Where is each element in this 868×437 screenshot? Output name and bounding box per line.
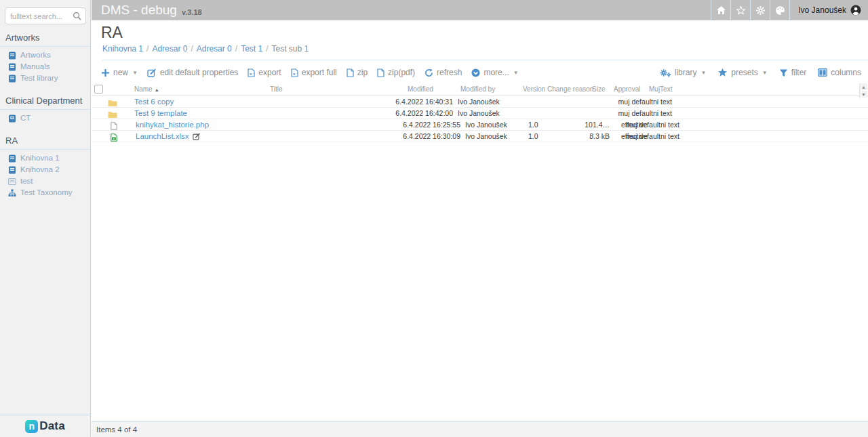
columns-icon <box>818 68 827 77</box>
button-label: presets <box>731 68 757 77</box>
breadcrumb-item[interactable]: Knihovna 1 <box>102 44 143 54</box>
new-button[interactable]: new▼ <box>101 68 138 77</box>
zip-pdf-button[interactable]: zip(pdf) <box>377 68 415 77</box>
button-label: columns <box>831 68 861 77</box>
presets-button[interactable]: presets▼ <box>717 68 767 77</box>
filter-button[interactable]: filter <box>779 68 807 77</box>
search-icon[interactable] <box>73 12 81 20</box>
svg-text:x: x <box>293 72 296 76</box>
cell-version: 1.0 <box>528 132 549 140</box>
sidebar-item-ct[interactable]: CT <box>0 112 90 124</box>
user-name: Ivo Janoušek <box>798 5 846 15</box>
theme-button[interactable] <box>770 0 789 20</box>
column-header-label: Modified <box>408 85 433 93</box>
column-header-modified-by[interactable]: Modified by <box>460 85 495 93</box>
table-row[interactable]: knihykat_historie.php6.4.2022 16:25:55Iv… <box>92 119 868 131</box>
column-header-approval[interactable]: Approval <box>614 85 640 93</box>
breadcrumb-item: Test sub 1 <box>272 44 309 54</box>
plus-icon <box>101 68 110 77</box>
row-metadata: 6.4.2022 16:25:55Ivo Janoušek1.0101.4…ef… <box>99 119 868 131</box>
column-header-title[interactable]: Title <box>270 85 283 93</box>
sidebar-item-test-library[interactable]: Test library <box>0 72 90 84</box>
nav-section-title[interactable]: Artworks <box>0 30 90 47</box>
edit-default-properties-button[interactable]: edit default properties <box>147 68 238 77</box>
sidebar-item-test[interactable]: test <box>0 175 90 187</box>
scroll-up-icon[interactable]: ▲ <box>860 83 867 90</box>
export-button[interactable]: xexport <box>248 68 281 77</box>
library-icon <box>8 115 16 123</box>
library-icon <box>8 51 16 60</box>
column-header-label: Name <box>134 85 153 93</box>
column-header-label: Modified by <box>460 85 495 93</box>
cell-mujtext: muj defaultni text <box>585 121 679 129</box>
sidebar: ArtworksArtworksManualsTest libraryClini… <box>0 0 91 437</box>
app-logo: n Data <box>0 415 90 437</box>
search-input[interactable] <box>5 12 73 20</box>
zip-button[interactable]: zip <box>347 68 368 77</box>
user-menu[interactable]: Ivo Janoušek <box>789 0 868 20</box>
home-button[interactable] <box>711 0 730 20</box>
sidebar-item-knihovna-1[interactable]: Knihovna 1 <box>0 152 90 164</box>
cell-mujtext: muj defaultni text <box>585 132 679 140</box>
column-header-label: Version <box>523 85 545 93</box>
column-header-size[interactable]: Size <box>592 85 605 93</box>
button-label: filter <box>791 68 807 77</box>
app-title: DMS - debug <box>101 3 177 18</box>
nav-section-title[interactable]: Clinical Department <box>0 93 90 110</box>
file-excel-icon: x <box>291 68 298 77</box>
button-label: export <box>258 68 281 77</box>
nav-section-title[interactable]: RA <box>0 133 90 150</box>
button-label: library <box>675 68 697 77</box>
columns-button[interactable]: columns <box>818 68 861 77</box>
column-header-label: Approval <box>614 85 640 93</box>
table-row[interactable]: Test 9 template6.4.2022 16:42:00Ivo Jano… <box>92 108 868 119</box>
status-bar: Items 4 of 4 <box>92 421 868 437</box>
breadcrumb-item[interactable]: Test 1 <box>241 44 262 54</box>
row-metadata: 6.4.2022 16:40:31Ivo Janoušekmuj default… <box>92 96 868 108</box>
topbar: DMS - debug v.3.18 <box>92 0 868 20</box>
sidebar-item-label: Test Taxonomy <box>20 188 73 197</box>
file-excel-icon: x <box>248 68 255 77</box>
breadcrumb-separator: / <box>146 44 149 54</box>
settings-button[interactable] <box>750 0 770 20</box>
favorites-button[interactable] <box>730 0 750 20</box>
column-header-mujtext[interactable]: MujText <box>649 85 672 93</box>
sidebar-item-artworks[interactable]: Artworks <box>0 49 90 61</box>
breadcrumb-item[interactable]: Adresar 0 <box>197 44 232 54</box>
cell-version: 1.0 <box>528 121 549 129</box>
palette-icon <box>775 5 785 16</box>
sort-asc-icon: ▲ <box>155 87 159 92</box>
more-button[interactable]: more...▼ <box>471 68 518 77</box>
sidebar-item-test-taxonomy[interactable]: Test Taxonomy <box>0 187 90 199</box>
nav-section: ArtworksArtworksManualsTest library <box>0 30 90 84</box>
cell-modified-by: Ivo Janoušek <box>465 121 530 129</box>
table-row[interactable]: xLaunchList.xlsx6.4.2022 16:30:09Ivo Jan… <box>92 131 868 142</box>
library-button[interactable]: library▼ <box>660 68 707 77</box>
button-label: zip(pdf) <box>388 68 415 77</box>
list-icon <box>8 178 16 186</box>
column-header-change-reason[interactable]: Change reason <box>547 85 593 93</box>
breadcrumb-item[interactable]: Adresar 0 <box>152 44 187 54</box>
column-header-version[interactable]: Version <box>523 85 545 93</box>
toolbar-left: new▼edit default propertiesxexportxexpor… <box>101 68 528 77</box>
sidebar-item-knihovna-2[interactable]: Knihovna 2 <box>0 164 90 175</box>
cell-modified-by: Ivo Janoušek <box>458 109 522 117</box>
main-content: RA Knihovna 1/Adresar 0/Adresar 0/Test 1… <box>92 20 868 421</box>
column-header-modified[interactable]: Modified <box>408 85 433 93</box>
refresh-button[interactable]: refresh <box>425 68 462 77</box>
table-row[interactable]: Test 6 copy6.4.2022 16:40:31Ivo Janoušek… <box>92 96 868 108</box>
gear-icon <box>755 5 766 16</box>
select-all-checkbox[interactable] <box>94 85 103 93</box>
grid-body: Test 6 copy6.4.2022 16:40:31Ivo Janoušek… <box>92 96 868 142</box>
row-metadata: 6.4.2022 16:30:09Ivo Janoušek1.08.3 kBef… <box>99 131 868 142</box>
chevron-down-icon: ▼ <box>762 70 768 76</box>
sidebar-item-manuals[interactable]: Manuals <box>0 61 90 72</box>
export-full-button[interactable]: xexport full <box>291 68 337 77</box>
logo-text: Data <box>39 419 65 433</box>
button-label: zip <box>357 68 368 77</box>
column-header-name[interactable]: Name▲ <box>134 85 159 93</box>
cell-modified: 6.4.2022 16:42:00 <box>363 109 453 117</box>
cell-mujtext: muj defaultni text <box>577 109 672 117</box>
chevron-down-icon: ▼ <box>513 70 519 76</box>
column-header-label: MujText <box>649 85 672 93</box>
